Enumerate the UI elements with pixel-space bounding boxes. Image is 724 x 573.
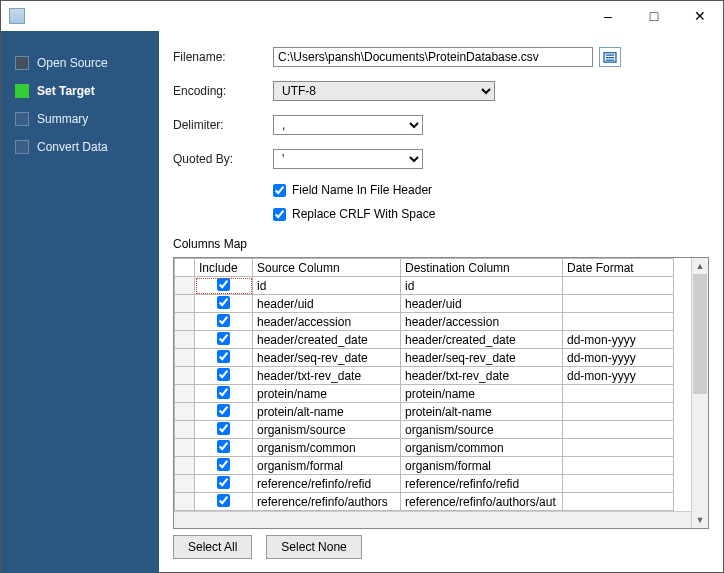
row-selector-cell[interactable] <box>175 421 195 439</box>
destination-column-cell[interactable]: header/uid <box>401 295 563 313</box>
sidebar-item-convert-data[interactable]: Convert Data <box>1 133 159 161</box>
include-checkbox[interactable] <box>217 278 230 291</box>
table-row[interactable]: protein/nameprotein/name <box>175 385 674 403</box>
include-checkbox[interactable] <box>217 404 230 417</box>
source-column-header[interactable]: Source Column <box>253 259 401 277</box>
include-cell[interactable] <box>195 475 253 493</box>
include-cell[interactable] <box>195 493 253 511</box>
include-checkbox[interactable] <box>217 440 230 453</box>
include-cell[interactable] <box>195 277 253 295</box>
encoding-select[interactable]: UTF-8 <box>273 81 495 101</box>
date-format-cell[interactable] <box>563 385 674 403</box>
date-format-cell[interactable] <box>563 295 674 313</box>
source-column-cell[interactable]: header/seq-rev_date <box>253 349 401 367</box>
include-checkbox[interactable] <box>217 350 230 363</box>
destination-column-cell[interactable]: protein/name <box>401 385 563 403</box>
include-cell[interactable] <box>195 439 253 457</box>
scroll-thumb[interactable] <box>693 274 707 394</box>
select-none-button[interactable]: Select None <box>266 535 361 559</box>
source-column-cell[interactable]: organism/formal <box>253 457 401 475</box>
source-column-cell[interactable]: header/accession <box>253 313 401 331</box>
date-format-cell[interactable] <box>563 439 674 457</box>
date-format-cell[interactable] <box>563 313 674 331</box>
row-selector-cell[interactable] <box>175 385 195 403</box>
maximize-button[interactable]: □ <box>631 1 677 31</box>
sidebar-item-summary[interactable]: Summary <box>1 105 159 133</box>
scroll-up-icon[interactable]: ▲ <box>692 258 708 274</box>
date-format-header[interactable]: Date Format <box>563 259 674 277</box>
scroll-down-icon[interactable]: ▼ <box>692 512 708 528</box>
source-column-cell[interactable]: reference/refinfo/refid <box>253 475 401 493</box>
include-cell[interactable] <box>195 349 253 367</box>
table-row[interactable]: organism/sourceorganism/source <box>175 421 674 439</box>
table-row[interactable]: reference/refinfo/authorsreference/refin… <box>175 493 674 511</box>
include-checkbox[interactable] <box>217 314 230 327</box>
row-selector-cell[interactable] <box>175 493 195 511</box>
include-cell[interactable] <box>195 403 253 421</box>
include-checkbox[interactable] <box>217 368 230 381</box>
minimize-button[interactable]: – <box>585 1 631 31</box>
source-column-cell[interactable]: reference/refinfo/authors <box>253 493 401 511</box>
date-format-cell[interactable] <box>563 403 674 421</box>
include-cell[interactable] <box>195 367 253 385</box>
row-selector-cell[interactable] <box>175 457 195 475</box>
include-cell[interactable] <box>195 295 253 313</box>
sidebar-item-set-target[interactable]: Set Target <box>1 77 159 105</box>
row-selector-cell[interactable] <box>175 331 195 349</box>
select-all-button[interactable]: Select All <box>173 535 252 559</box>
include-checkbox[interactable] <box>217 332 230 345</box>
date-format-cell[interactable] <box>563 277 674 295</box>
source-column-cell[interactable]: protein/alt-name <box>253 403 401 421</box>
include-header[interactable]: Include <box>195 259 253 277</box>
date-format-cell[interactable] <box>563 421 674 439</box>
destination-column-cell[interactable]: header/accession <box>401 313 563 331</box>
include-cell[interactable] <box>195 331 253 349</box>
include-cell[interactable] <box>195 421 253 439</box>
table-row[interactable]: header/uidheader/uid <box>175 295 674 313</box>
browse-file-button[interactable] <box>599 47 621 67</box>
filename-input[interactable] <box>273 47 593 67</box>
quoted-by-select[interactable]: ' <box>273 149 423 169</box>
destination-column-cell[interactable]: organism/common <box>401 439 563 457</box>
include-cell[interactable] <box>195 313 253 331</box>
destination-column-cell[interactable]: header/created_date <box>401 331 563 349</box>
date-format-cell[interactable] <box>563 457 674 475</box>
table-row[interactable]: reference/refinfo/refidreference/refinfo… <box>175 475 674 493</box>
source-column-cell[interactable]: header/created_date <box>253 331 401 349</box>
destination-column-cell[interactable]: header/seq-rev_date <box>401 349 563 367</box>
row-selector-cell[interactable] <box>175 313 195 331</box>
destination-column-cell[interactable]: organism/source <box>401 421 563 439</box>
row-selector-cell[interactable] <box>175 439 195 457</box>
destination-column-cell[interactable]: protein/alt-name <box>401 403 563 421</box>
include-checkbox[interactable] <box>217 386 230 399</box>
row-selector-cell[interactable] <box>175 475 195 493</box>
destination-column-cell[interactable]: organism/formal <box>401 457 563 475</box>
delimiter-select[interactable]: , <box>273 115 423 135</box>
field-name-header-checkbox[interactable] <box>273 184 286 197</box>
include-checkbox[interactable] <box>217 476 230 489</box>
row-selector-cell[interactable] <box>175 349 195 367</box>
row-selector-cell[interactable] <box>175 403 195 421</box>
source-column-cell[interactable]: header/uid <box>253 295 401 313</box>
source-column-cell[interactable]: id <box>253 277 401 295</box>
source-column-cell[interactable]: organism/source <box>253 421 401 439</box>
sidebar-item-open-source[interactable]: Open Source <box>1 49 159 77</box>
include-checkbox[interactable] <box>217 494 230 507</box>
table-row[interactable]: idid <box>175 277 674 295</box>
row-selector-cell[interactable] <box>175 295 195 313</box>
date-format-cell[interactable] <box>563 475 674 493</box>
horizontal-scrollbar[interactable] <box>174 511 691 528</box>
row-selector-cell[interactable] <box>175 277 195 295</box>
table-row[interactable]: header/accessionheader/accession <box>175 313 674 331</box>
date-format-cell[interactable]: dd-mon-yyyy <box>563 349 674 367</box>
date-format-cell[interactable]: dd-mon-yyyy <box>563 331 674 349</box>
destination-column-cell[interactable]: reference/refinfo/authors/aut <box>401 493 563 511</box>
replace-crlf-checkbox[interactable] <box>273 208 286 221</box>
table-row[interactable]: header/txt-rev_dateheader/txt-rev_datedd… <box>175 367 674 385</box>
table-row[interactable]: organism/commonorganism/common <box>175 439 674 457</box>
include-checkbox[interactable] <box>217 422 230 435</box>
include-checkbox[interactable] <box>217 296 230 309</box>
row-selector-cell[interactable] <box>175 367 195 385</box>
vertical-scrollbar[interactable]: ▲ ▼ <box>691 258 708 528</box>
table-row[interactable]: organism/formalorganism/formal <box>175 457 674 475</box>
